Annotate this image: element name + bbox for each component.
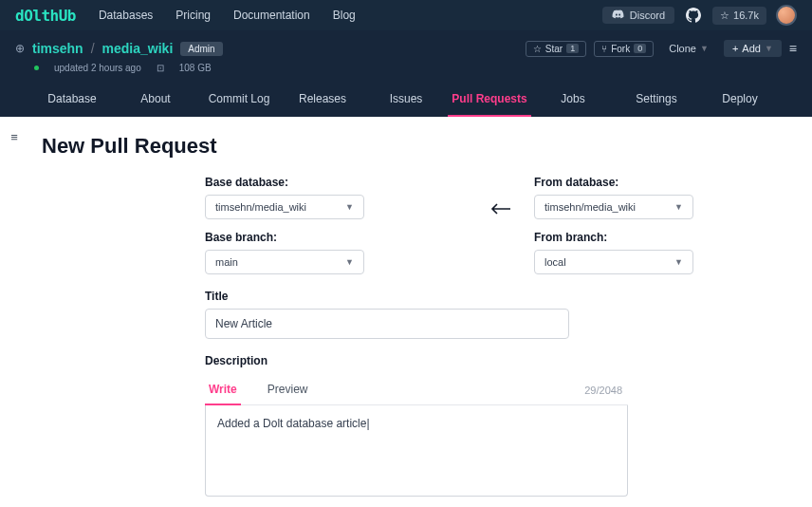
- star-label: Star: [545, 44, 563, 54]
- add-label: Add: [742, 43, 761, 54]
- status-dot-icon: [34, 66, 39, 70]
- tab-releases[interactable]: Releases: [281, 83, 364, 117]
- caret-down-icon: ▼: [765, 44, 773, 53]
- tab-pull-requests[interactable]: Pull Requests: [448, 83, 531, 117]
- caret-down-icon: ▼: [674, 257, 683, 267]
- repo-meta: updated 2 hours ago ⊡ 108 GB: [15, 57, 797, 83]
- repo-actions: ☆ Star 1 ⑂ Fork 0 Clone ▼ + Add ▼ ≡: [526, 40, 797, 57]
- discord-label: Discord: [630, 9, 665, 21]
- breadcrumb: ⊕ timsehn / media_wiki Admin: [15, 41, 223, 56]
- preview-tab[interactable]: Preview: [264, 375, 312, 405]
- star-button[interactable]: ☆ Star 1: [526, 41, 586, 57]
- fork-badge-count: 0: [634, 44, 646, 53]
- breadcrumb-repo[interactable]: media_wiki: [102, 41, 174, 56]
- caret-down-icon: ▼: [700, 44, 709, 53]
- from-db-value: timsehn/media_wiki: [544, 201, 636, 213]
- add-button[interactable]: + Add ▼: [724, 40, 782, 57]
- plus-icon: +: [732, 43, 738, 54]
- title-label: Title: [205, 290, 628, 303]
- clone-button[interactable]: Clone ▼: [661, 41, 716, 56]
- caret-down-icon: ▼: [674, 202, 683, 212]
- tab-deploy[interactable]: Deploy: [698, 83, 782, 117]
- admin-badge: Admin: [180, 42, 222, 56]
- menu-icon[interactable]: ≡: [789, 41, 797, 56]
- tab-commit-log[interactable]: Commit Log: [197, 83, 281, 117]
- caret-down-icon: ▼: [345, 202, 354, 212]
- fork-button[interactable]: ⑂ Fork 0: [594, 41, 654, 57]
- breadcrumb-owner[interactable]: timsehn: [32, 41, 83, 56]
- description-label: Description: [205, 354, 628, 367]
- github-icon[interactable]: [684, 6, 703, 25]
- nav-pricing[interactable]: Pricing: [175, 9, 211, 22]
- nav-blog[interactable]: Blog: [333, 9, 356, 22]
- star-badge-count: 1: [566, 44, 579, 53]
- base-db-value: timsehn/media_wiki: [215, 201, 306, 213]
- description-textarea[interactable]: Added a Dolt database article: [205, 405, 628, 497]
- tab-database[interactable]: Database: [30, 83, 114, 117]
- from-branch-value: local: [544, 256, 566, 268]
- fork-icon: ⑂: [601, 44, 607, 54]
- base-branch-select[interactable]: main ▼: [205, 250, 364, 274]
- from-branch-select[interactable]: local ▼: [534, 250, 693, 274]
- discord-button[interactable]: Discord: [602, 7, 674, 24]
- sidebar-toggle[interactable]: ≡: [0, 117, 28, 507]
- top-nav-left: dOlthUb Databases Pricing Documentation …: [15, 7, 356, 25]
- breadcrumb-slash: /: [91, 41, 95, 56]
- logo[interactable]: dOlthUb: [15, 7, 76, 25]
- tab-about[interactable]: About: [114, 83, 197, 117]
- top-nav: dOlthUb Databases Pricing Documentation …: [0, 0, 812, 30]
- avatar[interactable]: [776, 5, 797, 26]
- char-count: 29/2048: [584, 385, 628, 396]
- fork-label: Fork: [611, 44, 630, 54]
- globe-icon: ⊕: [15, 42, 25, 55]
- tab-jobs[interactable]: Jobs: [531, 83, 615, 117]
- repo-tabs: Database About Commit Log Releases Issue…: [15, 83, 797, 117]
- star-icon: ☆: [720, 9, 729, 22]
- github-stars[interactable]: ☆ 16.7k: [712, 7, 766, 25]
- base-branch-value: main: [215, 256, 238, 268]
- page-title: New Pull Request: [42, 134, 797, 159]
- clone-label: Clone: [669, 43, 696, 54]
- size-text: 108 GB: [179, 63, 212, 73]
- base-branch-label: Base branch:: [205, 231, 468, 244]
- base-db-select[interactable]: timsehn/media_wiki ▼: [205, 195, 364, 219]
- write-tab[interactable]: Write: [205, 375, 241, 405]
- from-db-label: From database:: [534, 176, 797, 189]
- base-db-label: Base database:: [205, 176, 468, 189]
- tab-issues[interactable]: Issues: [364, 83, 448, 117]
- top-nav-right: Discord ☆ 16.7k: [602, 5, 797, 26]
- nav-documentation[interactable]: Documentation: [233, 9, 310, 22]
- from-branch-label: From branch:: [534, 231, 797, 244]
- nav-databases[interactable]: Databases: [99, 9, 153, 22]
- discord-icon: [612, 9, 624, 21]
- tab-settings[interactable]: Settings: [615, 83, 698, 117]
- star-count: 16.7k: [733, 9, 759, 21]
- disk-icon: ⊡: [157, 63, 164, 73]
- caret-down-icon: ▼: [345, 257, 354, 267]
- star-icon-mini: ☆: [533, 44, 542, 54]
- repo-header: ⊕ timsehn / media_wiki Admin ☆ Star 1 ⑂ …: [0, 30, 812, 117]
- from-db-select[interactable]: timsehn/media_wiki ▼: [534, 195, 693, 219]
- title-input[interactable]: [205, 309, 569, 339]
- updated-text: updated 2 hours ago: [54, 63, 141, 73]
- arrow-left-icon: [490, 176, 511, 216]
